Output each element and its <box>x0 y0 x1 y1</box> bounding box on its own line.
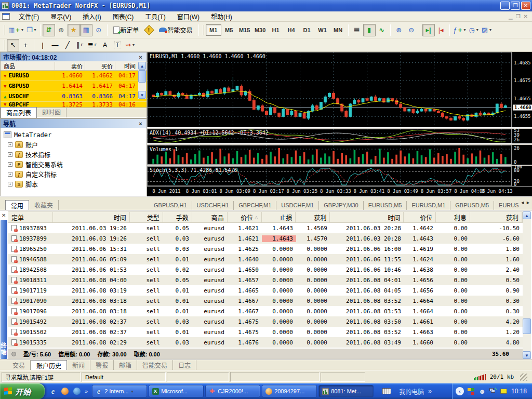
scroll-up-icon[interactable]: ▲ <box>138 62 146 70</box>
time-axis[interactable]: 8 Jun 20118 Jun 03:018 Jun 03:098 Jun 03… <box>147 186 532 196</box>
toolbar-grip[interactable] <box>4 25 5 35</box>
timeframe-h1[interactable]: H1 <box>268 24 284 36</box>
navigator-title-bar[interactable]: 导航 × <box>1 119 147 128</box>
timeframe-m1[interactable]: M1 <box>206 24 221 36</box>
history-row-19018311[interactable]: 190183112011.06.08 04:00sell0.05eurusd1.… <box>8 275 523 285</box>
terminal-tab-日志[interactable]: 日志 <box>173 360 196 370</box>
taskbar-button-2intern[interactable]: e2 Intern...▾ <box>92 385 147 397</box>
menu-file[interactable]: 文件(F) <box>13 11 45 22</box>
market-watch-row-usdchf[interactable]: ▲USDCHF0.83630.836604:17 <box>1 91 147 102</box>
status-profile[interactable]: Default <box>82 372 166 382</box>
quicklaunch-overflow-icon[interactable]: » <box>85 388 88 394</box>
chart-tab-eurusd-f[interactable]: EURUSD,f <box>494 201 518 210</box>
messenger-quicklaunch-icon[interactable] <box>61 387 69 395</box>
vertical-line-button[interactable]: | <box>36 39 49 51</box>
menu-insert[interactable]: 插入(I) <box>77 11 107 22</box>
terminal-tab-新闻[interactable]: 新闻 <box>67 360 90 370</box>
navigator-tab-常用[interactable]: 常用 <box>5 200 29 211</box>
user-tray-icon[interactable]: ☻ <box>478 388 486 395</box>
chart-tab-eurusd-m1[interactable]: EURUSD,M1 <box>407 201 450 210</box>
indicator-tray-icon[interactable] <box>500 388 508 395</box>
history-row-18942508[interactable]: 189425082011.06.06 01:53sell0.02eurusd1.… <box>8 264 523 275</box>
column-header-2[interactable]: 类型 <box>130 212 163 222</box>
scroll-thumb[interactable] <box>138 70 146 83</box>
history-row-18946588[interactable]: 189465882011.06.06 05:09sell0.01eurusd1.… <box>8 254 523 264</box>
terminal-tab-智能交易[interactable]: 智能交易 <box>137 360 173 370</box>
terminal-toggle[interactable]: ▦ <box>80 24 92 36</box>
expand-plus-icon[interactable]: + <box>8 142 12 147</box>
chart-tab-eurusd-m5[interactable]: EURUSD,M5 <box>364 201 407 210</box>
timeframe-mn[interactable]: MN <box>330 24 346 36</box>
menu-window[interactable]: 窗口(W) <box>171 11 205 22</box>
tree-root-metatrader[interactable]: MetaTrader <box>4 130 147 140</box>
chart-tab-gbpusd-h1[interactable]: GBPUSD,H1 <box>149 201 192 210</box>
line-chart-button[interactable]: ∿ <box>376 24 388 36</box>
column-header-6[interactable]: 止损 <box>262 212 296 222</box>
history-row-19015335[interactable]: 190153352011.06.08 02:29sell0.03eurusd1.… <box>8 337 523 348</box>
column-header-4[interactable]: 商品 <box>192 212 228 222</box>
column-header-7[interactable]: 获利 <box>296 212 330 222</box>
navigator-item-custom-indicators[interactable]: +ƒ自定义指标 <box>4 169 147 179</box>
column-header-11[interactable]: 获利 <box>470 212 522 222</box>
expand-plus-icon[interactable]: + <box>8 172 12 177</box>
templates-button[interactable]: ▨▾ <box>480 24 493 36</box>
taskbar-button-8081met[interactable]: 8081: Met... <box>318 385 374 397</box>
expand-plus-icon[interactable]: + <box>8 152 12 157</box>
crosshair-button[interactable]: + <box>19 39 32 51</box>
toolbar-overflow-icon[interactable]: » <box>428 388 432 395</box>
market-watch-title-bar[interactable]: 市场报价: 04:18:02 × <box>1 52 147 61</box>
zoom-in-button[interactable]: ⊕ <box>393 24 405 36</box>
chart-tab-usdchf-m1[interactable]: USDCHF,M1 <box>276 201 319 210</box>
toolbar-grip[interactable] <box>203 25 204 35</box>
history-row-18937893[interactable]: 189378932011.06.03 19:26sell0.05eurusd1.… <box>8 223 523 233</box>
language-bar-button[interactable] <box>380 385 393 397</box>
minimize-button[interactable]: _ <box>500 2 510 10</box>
column-header-5[interactable]: 价位△ <box>228 212 262 222</box>
column-header-8[interactable]: 时间 <box>330 212 404 222</box>
arrows-button[interactable]: ⇝▾ <box>124 39 136 51</box>
taskbar-button-20094297[interactable]: 20094297... <box>262 385 317 397</box>
market-watch-row-eurusd[interactable]: ▼EURUSD1.46601.466204:17 <box>1 71 147 81</box>
zoom-out-button[interactable]: ⊖ <box>405 24 418 36</box>
navigator-tab-收藏夹[interactable]: 收藏夹 <box>29 200 59 210</box>
mw-col-ask[interactable]: 买价 <box>85 62 115 70</box>
timeframe-m15[interactable]: M15 <box>237 24 252 36</box>
new-order-button[interactable]: 新定单 <box>110 24 143 36</box>
column-header-10[interactable]: 利息 <box>436 212 470 222</box>
menu-charts[interactable]: 图表(C) <box>107 11 140 22</box>
scroll-down-icon[interactable]: ▼ <box>138 91 146 99</box>
timeframe-h4[interactable]: H4 <box>284 24 299 36</box>
terminal-tab-账户历史[interactable]: 账户历史 <box>31 360 67 371</box>
timeframe-m5[interactable]: M5 <box>221 24 237 36</box>
chart-tab-gbpjpy-m30[interactable]: GBPJPY,M30 <box>319 201 363 210</box>
channel-button[interactable]: ∥E <box>74 39 86 51</box>
mdi-close-icon[interactable]: ✕ <box>524 14 528 19</box>
text-button[interactable]: A <box>99 39 111 51</box>
mdi-restore-icon[interactable]: ❐ <box>516 14 521 19</box>
terminal-caption-strip[interactable]: 终端 <box>1 220 7 359</box>
terminal-tab-交易[interactable]: 交易 <box>7 360 31 370</box>
history-row-19017090[interactable]: 190170902011.06.08 03:18sell0.01eurusd1.… <box>8 296 523 306</box>
expand-plus-icon[interactable]: + <box>8 182 12 187</box>
history-row-19017096[interactable]: 190170962011.06.08 03:18sell0.01eurusd1.… <box>8 306 523 316</box>
market-watch-close-icon[interactable]: × <box>137 54 144 60</box>
toolbar-grip[interactable] <box>4 40 5 50</box>
terminal-scrollbar[interactable]: ▲ ▼ <box>523 211 531 359</box>
menu-tools[interactable]: 工具(T) <box>139 11 171 22</box>
tabs-scroll-left-icon[interactable]: ◄ <box>520 200 525 205</box>
market-watch-tab-商品列表[interactable]: 商品列表 <box>1 107 37 118</box>
history-row-19015502[interactable]: 190155022011.06.08 02:37sell0.01eurusd1.… <box>8 327 523 337</box>
chart-tab-gbpusd-m5[interactable]: GBPUSD,M5 <box>450 201 494 210</box>
cursor-button[interactable]: ↖ <box>7 39 19 51</box>
navigator-item-accounts[interactable]: +A账户 <box>4 140 147 150</box>
strategy-tester-button[interactable]: ⊙ <box>92 24 105 36</box>
terminal-tab-邮箱[interactable]: 邮箱 <box>114 360 137 370</box>
data-window-button[interactable]: ⊕ <box>55 24 68 36</box>
chart-window-icon[interactable] <box>2 13 10 20</box>
menu-view[interactable]: 显示(V) <box>45 11 77 22</box>
mw-col-time[interactable]: 时间 <box>115 62 138 70</box>
scroll-thumb[interactable] <box>523 318 531 334</box>
chart-area[interactable]: EURUSD,M1 1.4660 1.4660 1.4660 1.4660 AD… <box>147 52 532 196</box>
expand-plus-icon[interactable]: + <box>8 162 12 167</box>
mw-col-symbol[interactable]: 商品 <box>1 62 55 70</box>
